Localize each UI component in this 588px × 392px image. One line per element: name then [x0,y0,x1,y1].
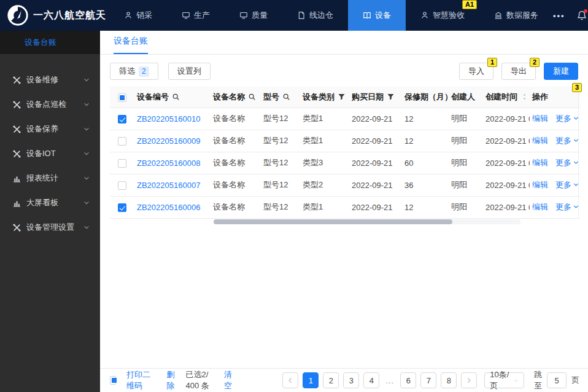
horizontal-scrollbar[interactable] [214,219,520,224]
page-button-6[interactable]: 6 [400,372,416,388]
filter-icon[interactable] [387,93,395,103]
filter-button[interactable]: 筛选 2 [110,63,158,80]
equipment-code-link[interactable]: ZB202205160006 [137,203,200,212]
column-settings-button[interactable]: 设置列 [168,63,211,80]
cell-model: 型号12 [261,196,300,218]
annotation-badge-a1: A1 [462,0,477,9]
sidebar-item-label: 设备点巡检 [26,99,66,110]
row-checkbox[interactable] [118,137,126,146]
more-button[interactable]: 更多 [555,136,579,145]
export-button[interactable]: 导出 2 [501,63,536,80]
page-size-select[interactable]: 10条/页 [484,372,524,388]
column-label: 购买日期 [352,92,384,101]
row-checkbox[interactable] [118,203,126,212]
search-icon[interactable] [282,93,290,103]
next-page-button[interactable] [461,372,477,388]
chart-icon [12,174,21,183]
row-checkbox-cell [110,108,134,130]
nav-item-label: 数据服务 [506,10,538,21]
table-row-1: ZB202205160010设备名称型号12类型12022-09-2112明阳2… [110,108,580,130]
cell-purchase-date: 2022-09-21 [349,108,402,130]
equipment-code-link[interactable]: ZB202205160008 [137,159,200,168]
cell-created-at: 2022-09-21 0 [483,174,530,196]
more-menu-icon[interactable]: ••• [553,11,565,20]
more-button[interactable]: 更多 [555,180,579,189]
page-button-7[interactable]: 7 [420,372,436,388]
row-checkbox[interactable] [118,115,126,123]
column-label: 型号 [263,92,279,101]
cell-category: 类型1 [300,196,349,218]
page-button-8[interactable]: 8 [441,372,457,388]
page-jump-input[interactable] [547,372,567,388]
nav-item-4[interactable]: 线边仓 [282,0,348,31]
nav-item-label: 设备 [375,10,391,21]
import-button[interactable]: 导入 1 [459,63,493,80]
cell-equipment-code: ZB202205160010 [134,108,211,130]
tab-equipment-ledger[interactable]: 设备台账 [114,36,148,54]
page-button-4[interactable]: 4 [363,372,379,388]
more-button[interactable]: 更多 [555,158,579,167]
main-content: 设备台账 筛选 2 设置列 导入 1 导出 2 [100,31,588,392]
chart-icon [12,198,21,208]
delete-button[interactable]: 删除 [166,369,177,391]
nav-item-3[interactable]: 质量 [225,0,282,31]
cell-name: 设备名称 [211,108,261,130]
sidebar-item-equipment-ledger-active[interactable]: 设备台账 [0,31,100,54]
cell-created-at: 2022-09-21 0 [483,196,530,218]
chevron-down-icon [83,101,90,108]
create-button[interactable]: 新建 3 [544,63,578,80]
app-root: 一六八航空航天 销采生产质量线边仓设备智慧验收数据服务 ••• 吴东阳 退出 [0,0,588,392]
cell-category: 类型2 [300,174,349,196]
nav-item-7[interactable]: 数据服务 [479,0,553,31]
clear-selection-button[interactable]: 清空 [224,369,234,391]
sidebar: 设备台账 设备维修设备点巡检设备保养设备IOT报表统计大屏看板设备管理设置 [0,31,100,392]
search-icon[interactable] [248,93,256,103]
equipment-code-link[interactable]: ZB202205160009 [137,136,200,146]
edit-button[interactable]: 编辑 [532,136,548,145]
row-checkbox[interactable] [118,159,126,168]
search-icon[interactable] [172,93,180,103]
horizontal-scrollbar-thumb[interactable] [214,219,452,224]
user-icon [420,11,429,20]
column-header-设备类别: 设备类别 [300,87,349,108]
select-all-checkbox[interactable] [110,376,116,385]
page-button-3[interactable]: 3 [343,372,359,388]
sidebar-item-2[interactable]: 设备点巡检 [0,92,100,117]
sidebar-item-6[interactable]: 大屏看板 [0,190,100,215]
edit-button[interactable]: 编辑 [532,158,548,167]
cell-purchase-date: 2022-09-21 [349,174,402,196]
cell-created-at: 2022-09-21 0 [483,130,530,152]
notification-bell-icon[interactable] [576,10,587,21]
nav-item-5[interactable]: 设备 [348,0,406,31]
nav-item-label: 销采 [136,10,152,21]
nav-item-2[interactable]: 生产 [167,0,225,31]
more-button[interactable]: 更多 [555,202,579,211]
column-header-型号: 型号 [261,87,300,108]
page-button-1[interactable]: 1 [303,372,319,388]
equipment-code-link[interactable]: ZB202205160007 [137,181,200,190]
sidebar-item-5[interactable]: 报表统计 [0,166,100,190]
nav-item-1[interactable]: 销采 [109,0,167,31]
cell-purchase-date: 2022-09-21 [349,152,402,174]
prev-page-button[interactable] [282,372,298,388]
edit-button[interactable]: 编辑 [532,202,548,211]
cell-actions: 编辑更多 [530,108,580,130]
page-button-2[interactable]: 2 [323,372,339,388]
sidebar-item-4[interactable]: 设备IOT [0,141,100,166]
chevron-down-icon [83,150,90,157]
equipment-code-link[interactable]: ZB202205160010 [137,114,200,123]
edit-button[interactable]: 编辑 [532,114,548,123]
sidebar-item-3[interactable]: 设备保养 [0,117,100,141]
sort-icon[interactable] [520,93,528,103]
print-qrcode-button[interactable]: 打印二维码 [126,369,153,391]
edit-button[interactable]: 编辑 [532,180,548,189]
more-button[interactable]: 更多 [555,114,579,123]
filter-icon[interactable] [338,93,346,103]
header-select-all-checkbox[interactable] [118,93,126,102]
tools-icon [12,149,21,159]
row-checkbox[interactable] [118,181,126,190]
notification-dot [584,9,587,13]
sidebar-item-7[interactable]: 设备管理设置 [0,215,100,240]
cell-equipment-code: ZB202205160006 [134,196,211,218]
sidebar-item-1[interactable]: 设备维修 [0,68,100,92]
